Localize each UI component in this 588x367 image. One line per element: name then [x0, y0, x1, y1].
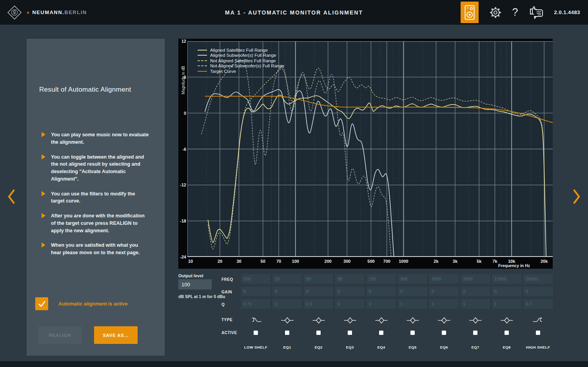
gain-input[interactable]	[241, 287, 270, 296]
x-tick-label: 20	[218, 259, 222, 264]
output-level-unit: dB SPL at 1 m for 0 dBu	[178, 294, 225, 299]
active-checkbox[interactable]	[505, 331, 509, 335]
x-tick-label: 1000	[399, 259, 408, 264]
legend-item: Not Aligned Satellites Full Range	[198, 58, 284, 63]
eq-band-eq2: EQ2	[304, 274, 333, 349]
gain-input[interactable]	[429, 287, 459, 296]
active-checkbox[interactable]	[254, 331, 258, 335]
legend-item: Aligned Subwoofer(s) Full Range	[198, 53, 284, 58]
eq-band-eq3: EQ3	[335, 274, 365, 349]
freq-input[interactable]	[335, 274, 365, 284]
instruction-item: You can toggle between the aligned and t…	[42, 154, 151, 183]
bullet-arrow-icon	[42, 191, 45, 196]
q-input[interactable]	[429, 299, 459, 309]
gain-input[interactable]	[272, 287, 302, 296]
frequency-response-chart: Magnitude in dB Aligned Satellites Full …	[178, 39, 553, 269]
eq-band-eq4: EQ4	[367, 274, 396, 349]
band-label: EQ3	[346, 345, 354, 349]
feedback-thumbs-up-icon	[528, 6, 544, 19]
y-tick-label: -6	[178, 147, 186, 152]
instruction-item: You can use the filters to modify the ta…	[42, 190, 151, 205]
next-page-button[interactable]	[572, 189, 581, 205]
freq-input[interactable]	[398, 274, 427, 284]
freq-input[interactable]	[272, 274, 302, 284]
freq-input[interactable]	[429, 274, 459, 284]
x-tick-label: 2k	[434, 259, 438, 264]
settings-button[interactable]	[489, 6, 502, 19]
y-axis-title: Magnitude in dB	[181, 61, 185, 99]
save-as-button[interactable]: SAVE AS...	[94, 326, 138, 344]
x-tick-label: 100	[292, 259, 299, 264]
gear-icon	[489, 6, 502, 19]
q-input[interactable]	[304, 299, 333, 309]
freq-input[interactable]	[492, 274, 521, 284]
band-label: EQ1	[283, 345, 291, 349]
legend-item: Target Curve	[198, 69, 284, 74]
x-tick-label: 300	[343, 259, 350, 264]
x-tick-label: 700	[383, 259, 390, 264]
freq-input[interactable]	[304, 274, 333, 284]
x-tick-label: 500	[367, 259, 374, 264]
active-checkbox[interactable]	[473, 331, 477, 335]
q-input[interactable]	[272, 299, 302, 309]
legend-label: Not Aligned Satellites Full Range	[210, 58, 276, 63]
output-level-input[interactable]	[178, 279, 212, 289]
gain-input[interactable]	[461, 287, 490, 296]
type-row-label: TYPE	[221, 318, 232, 322]
active-checkbox[interactable]	[410, 331, 415, 335]
y-tick-label: 0	[178, 111, 186, 116]
topbar-actions: ? 2.0.1.4483	[461, 0, 580, 25]
gain-input[interactable]	[492, 287, 521, 296]
question-mark-icon: ?	[512, 6, 518, 18]
output-level-label: Output level	[178, 273, 203, 278]
gain-input[interactable]	[523, 287, 553, 296]
q-input[interactable]	[461, 299, 490, 309]
eq-band-high-shelf: HIGH SHELF	[523, 274, 553, 349]
gain-input[interactable]	[304, 287, 333, 296]
q-input[interactable]	[492, 299, 521, 309]
active-checkbox[interactable]	[285, 331, 289, 335]
active-checkbox[interactable]	[536, 331, 540, 335]
band-label: LOW SHELF	[244, 345, 268, 349]
instruction-text: When you are satisfied with what you hea…	[51, 242, 149, 257]
x-tick-label: 70	[276, 259, 281, 264]
active-checkbox[interactable]	[348, 331, 352, 335]
q-input[interactable]	[335, 299, 365, 309]
active-checkbox[interactable]	[442, 331, 446, 335]
instruction-list: You can play some music now to evaluate …	[42, 131, 151, 264]
gain-input[interactable]	[367, 287, 396, 296]
filter-type	[469, 316, 482, 324]
gain-input[interactable]	[398, 287, 427, 296]
legend-label: Target Curve	[210, 69, 236, 74]
x-tick-label: 20k	[541, 259, 548, 264]
bullet-arrow-icon	[42, 132, 45, 137]
band-label: EQ7	[471, 345, 479, 349]
bell-icon	[406, 317, 419, 324]
x-tick-label: 3k	[453, 259, 457, 264]
automatic-alignment-checkbox-row[interactable]: Automatic alignment is active	[35, 297, 127, 310]
active-row-label: ACTIVE	[221, 331, 237, 335]
gain-input[interactable]	[335, 287, 365, 296]
q-input[interactable]	[241, 299, 270, 309]
y-tick-label: -24	[178, 255, 186, 259]
freq-input[interactable]	[241, 274, 270, 284]
previous-page-button[interactable]	[7, 189, 16, 205]
active-checkbox[interactable]	[316, 331, 321, 335]
eq-band-eq6: EQ6	[429, 274, 459, 349]
checkbox-label: Automatic alignment is active	[58, 301, 127, 307]
chevron-left-icon	[7, 189, 16, 204]
bell-icon	[437, 317, 451, 324]
monitor-alignment-tab-active[interactable]	[461, 2, 479, 23]
q-input[interactable]	[367, 299, 396, 309]
freq-input[interactable]	[523, 274, 553, 284]
q-input[interactable]	[523, 299, 553, 309]
realign-button[interactable]: REALIGN	[38, 326, 82, 344]
freq-input[interactable]	[367, 274, 396, 284]
bullet-arrow-icon	[42, 213, 45, 218]
help-button[interactable]: ?	[512, 6, 518, 18]
checkbox-checked[interactable]	[35, 297, 48, 310]
feedback-button[interactable]	[528, 6, 544, 19]
active-checkbox[interactable]	[379, 331, 383, 335]
freq-input[interactable]	[461, 274, 490, 284]
q-input[interactable]	[398, 299, 427, 309]
